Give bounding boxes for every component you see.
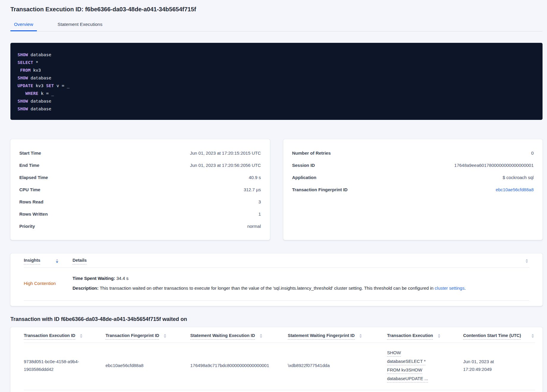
details-column-header[interactable]: Details — [73, 253, 520, 267]
sql-keyword: SHOW — [18, 106, 28, 111]
rows-written-label: Rows Written — [19, 211, 48, 217]
end-time-label: End Time — [19, 163, 39, 168]
column-header-statement-waiting-execution-id[interactable]: Statement Waiting Execution ID — [190, 327, 288, 343]
application-label: Application — [292, 175, 317, 180]
insights-table-sort-control[interactable] — [520, 253, 529, 267]
application-value: $ cockroach sql — [503, 175, 534, 180]
time-spent-waiting-line: Time Spent Waiting: 34.4 s — [73, 275, 520, 282]
cell-statement-waiting-fingerprint-id: \xdb8922f077541dda — [288, 362, 387, 369]
elapsed-time-label: Elapsed Time — [19, 175, 48, 180]
sql-token: database — [28, 99, 51, 104]
waited-on-table-row: 9738d051-bc0e-4158-a9b4-1903586ddd42 ebc… — [24, 343, 535, 390]
timing-summary-card: Start Time Jun 01, 2023 at 17:20:15:2015… — [10, 139, 270, 240]
insight-details: Time Spent Waiting: 34.4 s Description: … — [73, 275, 520, 291]
sql-keyword: SELECT — [18, 60, 33, 65]
row-priority: Priority normal — [19, 220, 261, 232]
cell-transaction-execution: SHOW databaseSELECT * FROM kv3SHOW datab… — [387, 348, 463, 383]
retries-value: 0 — [531, 150, 534, 156]
tab-overview[interactable]: Overview — [10, 18, 37, 31]
row-end-time: End Time Jun 01, 2023 at 17:20:56:2056 U… — [19, 159, 261, 171]
row-elapsed-time: Elapsed Time 40.9 s — [19, 171, 261, 184]
session-summary-card: Number of Retries 0 Session ID 17648a9ee… — [283, 139, 543, 240]
priority-value: normal — [247, 224, 261, 229]
sql-keyword: FROM — [20, 68, 31, 73]
tab-bar: Overview Statement Executions — [10, 18, 543, 32]
row-rows-written: Rows Written 1 — [19, 208, 261, 220]
transaction-fingerprint-link[interactable]: ebc10ae56cfd88a8 — [496, 187, 534, 192]
column-header-statement-waiting-fingerprint-id[interactable]: Statement Waiting Fingerprint ID — [288, 327, 387, 343]
column-header-transaction-execution[interactable]: Transaction Execution — [387, 327, 463, 343]
sql-token: database — [28, 106, 51, 111]
sql-token: kv3 — [31, 68, 41, 73]
session-id-label: Session ID — [292, 163, 315, 168]
cell-statement-waiting-execution-id: 176498a9c717bdc80000000000000001 — [190, 362, 288, 369]
sql-keyword: SHOW — [18, 99, 28, 104]
sql-keyword: SET — [46, 83, 54, 88]
page-title: Transaction Execution ID: f6be6366-da03-… — [10, 5, 543, 13]
cell-contention-start-time: Jun 01, 2023 at 17:20:49:2049 — [463, 358, 535, 373]
row-application: Application $ cockroach sql — [292, 171, 534, 184]
sql-keyword: UPDATE — [18, 83, 33, 88]
transaction-sql-statements: SHOW databaseSELECT * FROM kv3SHOW datab… — [10, 43, 543, 120]
insights-table-card: Insights Details High Contention Time Sp… — [10, 253, 543, 306]
column-header-transaction-fingerprint-id[interactable]: Transaction Fingerprint ID — [106, 327, 190, 343]
summary-cards-row: Start Time Jun 01, 2023 at 17:20:15:2015… — [10, 139, 543, 240]
insights-table-header: Insights Details — [24, 253, 529, 268]
sql-token: v = _ — [54, 83, 69, 88]
row-cpu-time: CPU Time 312.7 µs — [19, 184, 261, 196]
sort-icon — [260, 334, 262, 338]
sql-line: UPDATE kv3 SET v = _ — [18, 82, 535, 90]
insight-type-badge: High Contention — [24, 281, 73, 286]
column-header-transaction-execution-id[interactable]: Transaction Execution ID — [24, 327, 106, 343]
row-session-id: Session ID 17648a9eea6017800000000000000… — [292, 159, 534, 171]
sql-keyword: WHERE — [25, 91, 38, 96]
transaction-details-page: Transaction Execution ID: f6be6366-da03-… — [0, 0, 547, 392]
sql-keyword: SHOW — [18, 52, 28, 57]
insights-column-header[interactable]: Insights — [24, 253, 73, 267]
rows-read-label: Rows Read — [19, 199, 43, 204]
insight-row-high-contention: High Contention Time Spent Waiting: 34.4… — [24, 268, 529, 301]
column-header-contention-start-time[interactable]: Contention Start Time (UTC) — [463, 327, 535, 343]
sql-line: WHERE k = _ — [18, 90, 535, 97]
sql-line: SHOW database — [18, 97, 535, 105]
cell-transaction-fingerprint-id: ebc10ae56cfd88a8 — [106, 362, 190, 369]
tab-statement-executions[interactable]: Statement Executions — [54, 18, 106, 31]
cpu-time-value: 312.7 µs — [244, 187, 261, 192]
sql-line: SHOW database — [18, 74, 535, 82]
sort-icon — [438, 334, 440, 338]
rows-read-value: 3 — [258, 199, 261, 204]
sql-line: SHOW database — [18, 51, 535, 59]
sql-token: database — [28, 76, 51, 80]
sort-icon — [532, 334, 534, 338]
sql-token: * — [33, 60, 38, 65]
session-id-value: 17648a9eea6017800000000000000001 — [454, 163, 534, 168]
start-time-label: Start Time — [19, 150, 41, 156]
retries-label: Number of Retries — [292, 150, 331, 156]
cluster-settings-link[interactable]: cluster settings — [435, 286, 464, 291]
sql-line: SELECT * — [18, 59, 535, 66]
sql-token — [18, 91, 25, 96]
row-transaction-fingerprint-id: Transaction Fingerprint ID ebc10ae56cfd8… — [292, 184, 534, 196]
transaction-execution-link[interactable]: SHOW databaseSELECT * FROM kv3SHOW datab… — [387, 350, 428, 381]
sql-line: FROM kv3 — [18, 66, 535, 74]
sql-token: k = _ — [38, 91, 54, 96]
end-time-value: Jun 01, 2023 at 17:20:56:2056 UTC — [190, 163, 261, 168]
waited-on-table-card: Transaction Execution ID Transaction Fin… — [10, 327, 543, 392]
waited-on-heading: Transaction with ID f6be6366-da03-48de-a… — [10, 316, 543, 322]
row-rows-read: Rows Read 3 — [19, 196, 261, 208]
sql-token: database — [28, 52, 51, 57]
sql-keyword: SHOW — [18, 76, 28, 80]
sort-icon — [80, 334, 82, 338]
start-time-value: Jun 01, 2023 at 17:20:15:2015 UTC — [190, 150, 261, 156]
rows-written-value: 1 — [258, 211, 261, 217]
row-number-of-retries: Number of Retries 0 — [292, 147, 534, 159]
cpu-time-label: CPU Time — [19, 187, 40, 192]
sort-icon — [359, 334, 362, 338]
sql-line: SHOW database — [18, 105, 535, 113]
priority-label: Priority — [19, 224, 35, 229]
sort-icon — [526, 259, 528, 263]
elapsed-time-value: 40.9 s — [249, 175, 261, 180]
sql-token: kv3 — [33, 83, 46, 88]
transaction-fingerprint-label: Transaction Fingerprint ID — [292, 187, 348, 192]
description-line: Description: This transaction waited on … — [73, 285, 520, 291]
